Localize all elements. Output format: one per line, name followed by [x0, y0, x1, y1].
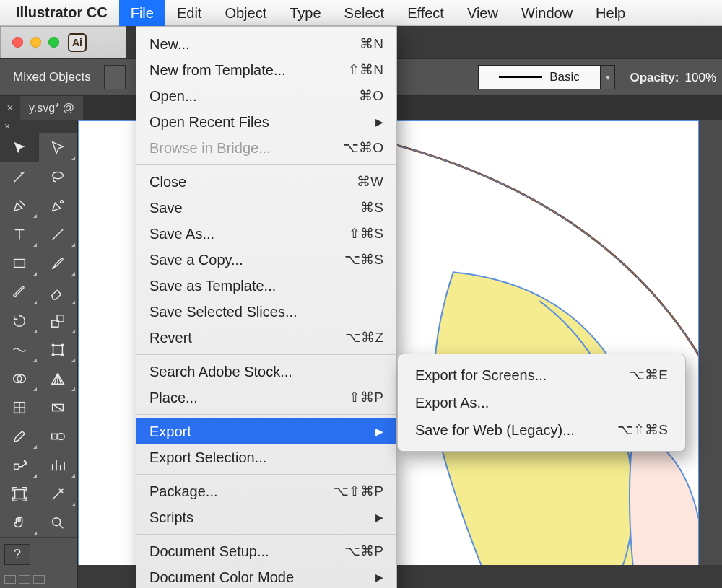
panel-close-icon[interactable]: ×: [0, 96, 20, 120]
menu-item[interactable]: Document Color Mode▶: [136, 564, 396, 588]
close-window-button[interactable]: [12, 37, 23, 48]
system-menubar: Illustrator CC File Edit Object Type Sel…: [0, 0, 722, 26]
menu-item[interactable]: Save a Copy...⌥⌘S: [136, 247, 396, 273]
menu-item[interactable]: Save⌘S: [136, 195, 396, 221]
mesh-tool[interactable]: [0, 393, 39, 422]
menu-item[interactable]: Export Selection...: [136, 444, 396, 470]
curvature-tool[interactable]: [39, 191, 78, 220]
submenu-item[interactable]: Save for Web (Legacy)...⌥⇧⌘S: [398, 416, 685, 444]
zoom-tool[interactable]: [39, 509, 78, 537]
export-submenu: Export for Screens...⌥⌘EExport As...Save…: [397, 354, 686, 452]
line-segment-tool[interactable]: [39, 220, 78, 249]
menu-help[interactable]: Help: [584, 0, 637, 26]
minimize-window-button[interactable]: [30, 37, 41, 48]
perspective-grid-tool[interactable]: [39, 364, 78, 393]
tools-panel: × ?: [0, 120, 78, 588]
zoom-window-button[interactable]: [48, 37, 59, 48]
menu-item-label: Package...: [149, 481, 218, 501]
menu-item-shortcut: ⌥⌘O: [343, 138, 383, 158]
menu-item[interactable]: Save as Template...: [136, 273, 396, 299]
submenu-item[interactable]: Export for Screens...⌥⌘E: [398, 361, 685, 389]
menu-item[interactable]: New...⌘N: [136, 31, 396, 57]
menu-item[interactable]: Revert⌥⌘Z: [136, 325, 396, 351]
menu-select[interactable]: Select: [333, 0, 396, 26]
menu-item-shortcut: ⌘N: [360, 34, 383, 54]
pen-tool[interactable]: [0, 191, 39, 220]
svg-point-20: [53, 518, 61, 526]
menu-item[interactable]: Save As...⇧⌘S: [136, 221, 396, 247]
submenu-item[interactable]: Export As...: [398, 389, 685, 416]
menu-item-label: Document Setup...: [149, 541, 269, 561]
menu-view[interactable]: View: [456, 0, 510, 26]
menu-window[interactable]: Window: [510, 0, 584, 26]
menu-item-label: New...: [149, 34, 190, 54]
submenu-item-label: Save for Web (Legacy)...: [415, 419, 575, 441]
direct-selection-tool[interactable]: [39, 133, 78, 162]
paintbrush-tool[interactable]: [39, 249, 78, 278]
menu-item-label: New from Template...: [149, 60, 286, 80]
menu-item[interactable]: New from Template...⇧⌘N: [136, 57, 396, 83]
menu-item[interactable]: Place...⇧⌘P: [136, 385, 396, 411]
menu-item[interactable]: Package...⌥⇧⌘P: [136, 478, 396, 504]
menu-file[interactable]: File: [119, 0, 165, 26]
menu-separator: [136, 164, 396, 165]
type-tool[interactable]: [0, 220, 39, 249]
slice-tool[interactable]: [39, 480, 78, 509]
magic-wand-tool[interactable]: [0, 162, 39, 191]
menu-item[interactable]: Scripts▶: [136, 504, 396, 530]
width-tool[interactable]: [0, 335, 39, 364]
menu-item[interactable]: Search Adobe Stock...: [136, 359, 396, 385]
lasso-tool[interactable]: [39, 162, 78, 191]
blend-tool[interactable]: [39, 422, 78, 451]
menu-item[interactable]: Document Setup...⌥⌘P: [136, 538, 396, 564]
menu-item-shortcut: ⌘W: [357, 172, 383, 192]
eraser-tool[interactable]: [39, 278, 78, 307]
symbol-sprayer-tool[interactable]: [0, 451, 39, 480]
artboard-tool[interactable]: [0, 480, 39, 509]
help-button[interactable]: ?: [4, 544, 30, 565]
free-transform-tool[interactable]: [39, 335, 78, 364]
gradient-tool[interactable]: [39, 393, 78, 422]
shaper-tool[interactable]: [0, 278, 39, 307]
menu-item-label: Save: [149, 198, 183, 218]
svg-rect-2: [14, 260, 25, 268]
options-slot-1[interactable]: [104, 65, 126, 89]
stroke-style-chevron[interactable]: ▾: [601, 65, 615, 89]
svg-point-17: [24, 461, 25, 462]
scale-tool[interactable]: [39, 307, 78, 335]
eyedropper-tool[interactable]: [0, 422, 39, 451]
menu-item-label: Save Selected Slices...: [149, 302, 297, 322]
document-tab-label: y.svg* @: [29, 102, 74, 115]
menu-item-shortcut: ⌥⌘S: [344, 250, 383, 270]
menu-item[interactable]: Export▶: [136, 418, 396, 444]
tools-panel-close[interactable]: ×: [0, 120, 77, 133]
stroke-style-dropdown[interactable]: Basic: [478, 65, 601, 89]
submenu-item-label: Export for Screens...: [415, 364, 547, 386]
menu-item-label: Revert: [149, 328, 192, 348]
selection-tool[interactable]: [0, 133, 39, 162]
screen-mode-buttons[interactable]: [4, 575, 73, 584]
menu-object[interactable]: Object: [213, 0, 278, 26]
menu-type[interactable]: Type: [278, 0, 332, 26]
menu-item-shortcut: ⌘O: [359, 86, 383, 106]
menu-item[interactable]: Open Recent Files▶: [136, 109, 396, 135]
submenu-item-label: Export As...: [415, 392, 489, 413]
submenu-arrow-icon: ▶: [375, 507, 383, 527]
opacity-value[interactable]: 100%: [685, 71, 716, 85]
menu-item[interactable]: Close⌘W: [136, 169, 396, 195]
menu-item-label: Export Selection...: [149, 447, 266, 468]
menu-edit[interactable]: Edit: [165, 0, 213, 26]
menu-item-label: Close: [149, 172, 186, 192]
svg-rect-14: [52, 434, 57, 439]
opacity-label: Opacity:: [630, 71, 679, 85]
menu-item-label: Export: [149, 421, 191, 442]
shape-builder-tool[interactable]: [0, 364, 39, 393]
menu-item[interactable]: Save Selected Slices...: [136, 299, 396, 325]
hand-tool[interactable]: [0, 509, 39, 537]
document-tab[interactable]: y.svg* @: [20, 96, 83, 120]
menu-effect[interactable]: Effect: [396, 0, 456, 26]
menu-item[interactable]: Open...⌘O: [136, 83, 396, 109]
rotate-tool[interactable]: [0, 307, 39, 335]
rectangle-tool[interactable]: [0, 249, 39, 278]
column-graph-tool[interactable]: [39, 451, 78, 480]
